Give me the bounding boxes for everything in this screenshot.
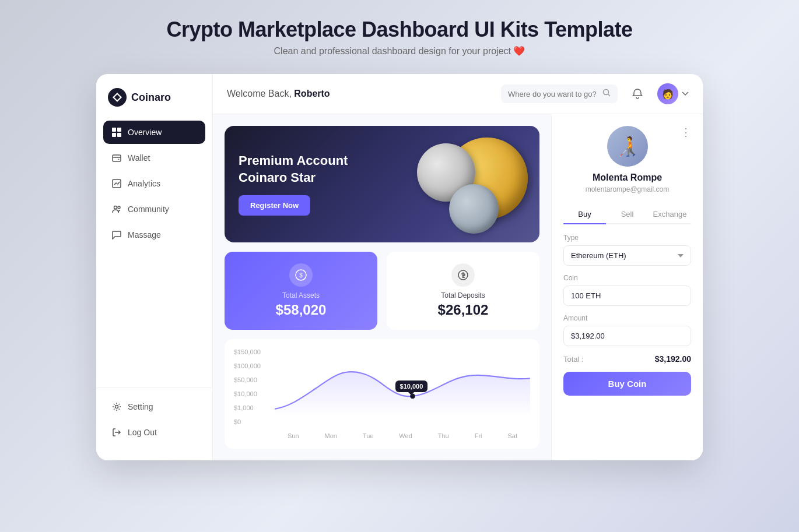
more-options-button[interactable]: ⋮ [681,126,691,139]
stats-row: $ Total Assets $58,020 T [225,252,539,330]
total-deposits-card: Total Deposits $26,102 [387,252,539,330]
logo-icon [108,88,127,107]
analytics-icon [111,178,122,189]
sidebar-item-logout[interactable]: Log Out [103,421,205,444]
coin-field: Coin [563,274,691,306]
overview-icon [111,127,122,138]
y-label-50k: $50,000 [234,376,261,383]
svg-rect-6 [113,155,121,161]
assets-value: $58,020 [276,302,327,318]
notification-button[interactable] [627,83,648,104]
assets-label: Total Assets [282,291,320,300]
svg-point-9 [114,206,117,209]
page-header: Crypto Marketplace Dashboard UI Kits Tem… [166,12,632,62]
tab-sell[interactable]: Sell [606,205,649,223]
deposits-icon [451,263,475,287]
svg-point-7 [118,159,120,160]
tab-exchange[interactable]: Exchange [649,205,691,223]
promo-banner: Premium Account Coinaro Star Register No… [225,126,539,242]
type-select[interactable]: Ethereum (ETH) [563,245,691,266]
profile-email: molentarompe@gmail.com [563,185,691,193]
buy-coin-button[interactable]: Buy Coin [563,372,691,396]
page-subtitle: Clean and professional dashboard design … [166,45,632,57]
chart-x-labels: Sun Mon Tue Wed Thu Fri Sat [275,432,530,439]
svg-point-11 [115,406,118,408]
svg-point-13 [604,90,609,95]
svg-point-10 [118,206,120,209]
sidebar-item-wallet[interactable]: Wallet [103,146,205,170]
sidebar-item-label: Wallet [128,153,150,163]
type-field: Type Ethereum (ETH) [563,234,691,266]
y-label-150k: $150,000 [234,348,261,355]
x-label-sat: Sat [507,432,517,439]
sidebar-logo: Coinaro [96,88,212,121]
coin-input[interactable] [563,286,691,306]
chart-container: $150,000 $100,000 $50,000 $10,000 $1,000… [225,339,539,449]
svg-rect-4 [112,133,116,137]
deposits-value: $26,102 [438,302,489,318]
y-label-10k: $10,000 [234,390,261,397]
massage-icon [111,230,122,240]
register-button[interactable]: Register Now [239,195,310,216]
header-right: 🧑 [501,83,689,104]
tooltip-value: $10,000 [395,380,428,392]
trade-tabs: Buy Sell Exchange [563,205,691,224]
total-row: Total : $3,192.00 [563,354,691,364]
content-right: ⋮ 🧑‍🦯 Molenta Rompe molentarompe@gmail.c… [551,114,703,460]
x-label-wed: Wed [399,432,412,439]
setting-icon [111,401,122,412]
amount-input[interactable] [563,326,691,346]
logout-icon [111,427,122,438]
sidebar-item-overview[interactable]: Overview [103,121,205,144]
tab-buy[interactable]: Buy [563,205,606,224]
svg-rect-2 [112,128,116,132]
x-label-sun: Sun [288,432,299,439]
profile-avatar: 🧑‍🦯 [607,126,648,167]
profile-card: ⋮ 🧑‍🦯 Molenta Rompe molentarompe@gmail.c… [563,126,691,193]
sidebar-item-analytics[interactable]: Analytics [103,172,205,195]
x-label-mon: Mon [325,432,337,439]
y-label-100k: $100,000 [234,362,261,369]
user-avatar-button[interactable]: 🧑 [657,83,689,104]
page-title: Crypto Marketplace Dashboard UI Kits Tem… [166,17,632,42]
welcome-text: Welcome Back, Roberto [227,89,330,99]
top-header: Welcome Back, Roberto [213,74,703,114]
sidebar-item-label: Log Out [128,428,157,437]
content-left: Premium Account Coinaro Star Register No… [213,114,551,460]
logo-text: Coinaro [131,91,171,104]
sidebar-nav: Overview Wallet [96,121,212,387]
svg-text:$: $ [299,272,303,279]
main-content: Welcome Back, Roberto [213,74,703,460]
sidebar-item-label: Overview [128,128,162,137]
sidebar-item-label: Massage [128,230,161,239]
assets-icon: $ [289,263,313,287]
chart-y-labels: $150,000 $100,000 $50,000 $10,000 $1,000… [234,348,261,425]
avatar: 🧑 [657,83,678,104]
svg-rect-3 [117,128,121,132]
dashboard: Coinaro Overview [96,74,703,460]
sidebar-item-setting[interactable]: Setting [103,395,205,418]
profile-name: Molenta Rompe [563,172,691,183]
sidebar-item-label: Setting [128,402,153,411]
total-value: $3,192.00 [655,354,691,364]
sidebar: Coinaro Overview [96,74,213,460]
community-icon [111,204,122,214]
amount-field: Amount [563,314,691,346]
svg-line-14 [608,94,611,97]
search-box[interactable] [501,84,618,103]
search-icon [602,89,611,99]
sidebar-item-community[interactable]: Community [103,198,205,221]
amount-label: Amount [563,314,691,322]
wallet-icon [111,153,122,163]
sidebar-item-massage[interactable]: Massage [103,223,205,246]
svg-rect-5 [117,133,121,137]
y-label-1k: $1,000 [234,404,261,411]
chart-svg-wrapper: $10,000 [275,348,530,421]
search-input[interactable] [508,90,598,98]
content-area: Premium Account Coinaro Star Register No… [213,114,703,460]
coin-label: Coin [563,274,691,282]
chevron-down-icon [682,91,689,96]
deposits-label: Total Deposits [441,291,485,300]
x-label-thu: Thu [438,432,449,439]
total-assets-card: $ Total Assets $58,020 [225,252,377,330]
